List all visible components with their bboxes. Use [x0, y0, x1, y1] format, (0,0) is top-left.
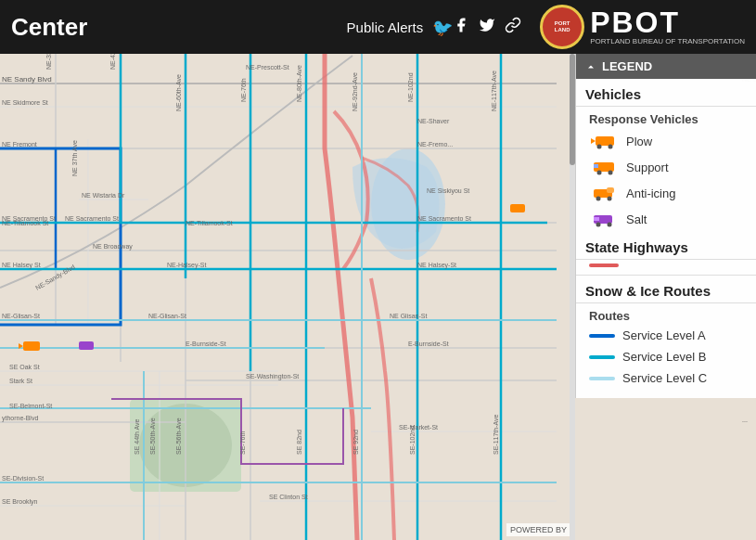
svg-text:NE-102nd: NE-102nd — [407, 72, 414, 102]
svg-text:SE-56th-Ave: SE-56th-Ave — [175, 418, 182, 455]
svg-text:NE-Tillamook St: NE-Tillamook St — [2, 220, 48, 226]
header-right: Public Alerts 🐦 PORTLAND PBOT PORTLAND B… — [347, 5, 745, 49]
plow-icon — [589, 132, 619, 150]
svg-text:NE Broadway: NE Broadway — [93, 243, 133, 251]
svg-text:NE-60th-Ave: NE-60th-Ave — [175, 74, 182, 111]
svg-text:NE 37th Ave: NE 37th Ave — [71, 140, 78, 176]
svg-text:SE-117th-Ave: SE-117th-Ave — [493, 414, 499, 455]
service-level-a-line — [589, 334, 615, 338]
svg-text:E-Burnside-St: E-Burnside-St — [408, 341, 449, 347]
legend-item-anti-icing: Anti-icing — [576, 180, 756, 206]
service-level-a-label: Service Level A — [622, 328, 706, 342]
svg-text:NE Halsey St: NE Halsey St — [2, 262, 41, 269]
anti-icing-icon — [589, 184, 619, 202]
support-icon — [589, 158, 619, 176]
svg-rect-72 — [594, 217, 599, 221]
anti-icing-label: Anti-icing — [626, 186, 675, 200]
svg-text:SE Oak St: SE Oak St — [9, 364, 40, 370]
svg-point-74 — [608, 223, 612, 227]
salt-icon — [589, 210, 619, 228]
svg-text:NE-Halsey-St: NE-Halsey-St — [167, 262, 206, 269]
routes-subtitle: Routes — [576, 303, 756, 325]
service-level-b-label: Service Level B — [622, 350, 706, 364]
svg-text:SE 92nd: SE 92nd — [352, 430, 359, 455]
svg-rect-53 — [23, 341, 40, 351]
svg-text:NE-Fremo...: NE-Fremo... — [417, 141, 453, 148]
svg-text:NE Halsey-St: NE Halsey-St — [417, 262, 456, 269]
svg-text:NE Siskiyou St: NE Siskiyou St — [427, 187, 469, 195]
svg-text:NE-Glisan-St: NE-Glisan-St — [2, 313, 40, 319]
pbot-text: PBOT PORTLAND BUREAU OF TRANSPORTATION — [590, 7, 745, 46]
svg-rect-68 — [607, 187, 614, 193]
svg-rect-55 — [510, 204, 525, 212]
svg-text:NE-Prescott-St: NE-Prescott-St — [246, 64, 289, 71]
legend-item-service-level-c: Service Level C — [576, 367, 756, 389]
svg-text:NE Skidmore St: NE Skidmore St — [2, 99, 48, 106]
header: Center Public Alerts 🐦 PORTLAND PBOT POR… — [0, 0, 756, 54]
service-level-b-line — [589, 355, 615, 359]
svg-rect-56 — [79, 341, 94, 350]
svg-text:SE-76th: SE-76th — [239, 431, 246, 455]
twitter-icon[interactable] — [479, 17, 495, 38]
legend-item-salt: Salt — [576, 206, 756, 232]
facebook-icon[interactable]: 🐦 — [432, 17, 469, 38]
pbot-logo-circle: PORTLAND — [540, 5, 584, 49]
svg-marker-60 — [591, 138, 596, 144]
header-title: Center — [11, 13, 87, 42]
legend-scrollbar-thumb[interactable] — [570, 54, 575, 165]
svg-text:NE-76th: NE-76th — [240, 78, 247, 102]
legend-item-support: Support — [576, 154, 756, 180]
svg-text:NE-80th-Ave: NE-80th-Ave — [296, 65, 302, 102]
powered-by: POWERED BY — [506, 523, 570, 536]
svg-point-70 — [608, 197, 612, 201]
pbot-small-text: PORTLAND BUREAU OF TRANSPORTATION — [590, 37, 745, 46]
svg-text:NE Wistaria Dr: NE Wistaria Dr — [82, 192, 125, 199]
svg-text:...: ... — [742, 417, 748, 423]
legend-item-service-level-a: Service Level A — [576, 325, 756, 346]
legend-item-plow: Plow — [576, 128, 756, 154]
legend-header-label: LEGEND — [602, 59, 652, 73]
svg-text:SE-Washington-St: SE-Washington-St — [246, 373, 299, 380]
powered-by-text: POWERED BY — [510, 525, 567, 534]
snow-ice-routes-title: Snow & Ice Routes — [576, 275, 756, 303]
svg-rect-64 — [594, 164, 598, 168]
svg-text:NE Fremont: NE Fremont — [2, 141, 37, 148]
link-icon[interactable] — [505, 17, 521, 38]
svg-text:NE Sacramento St: NE Sacramento St — [65, 215, 119, 222]
pbot-logo: PORTLAND PBOT PORTLAND BUREAU OF TRANSPO… — [540, 5, 745, 49]
plow-label: Plow — [626, 135, 652, 148]
svg-text:NE-117th-Ave: NE-117th-Ave — [491, 71, 497, 111]
svg-point-69 — [596, 197, 601, 201]
response-vehicles-subtitle: Response Vehicles — [576, 107, 756, 128]
svg-point-61 — [597, 145, 602, 149]
svg-text:SE-Belmont-St: SE-Belmont-St — [9, 403, 52, 409]
svg-text:NE-Shaver: NE-Shaver — [417, 118, 450, 124]
svg-text:SE-Division-St: SE-Division-St — [2, 475, 44, 482]
legend-scrollbar[interactable] — [570, 54, 575, 540]
legend-item-state-highway — [576, 260, 756, 271]
state-highway-line — [589, 264, 619, 267]
svg-text:NE-Glisan-St: NE-Glisan-St — [148, 313, 186, 319]
svg-text:SE-50th-Ave: SE-50th-Ave — [149, 418, 156, 455]
service-level-c-line — [589, 377, 615, 380]
support-label: Support — [626, 161, 669, 174]
svg-text:SE Clinton St: SE Clinton St — [269, 494, 308, 500]
svg-text:Stark St: Stark St — [9, 378, 32, 384]
chevron-up-icon — [585, 61, 596, 72]
svg-text:SE Brooklyn: SE Brooklyn — [2, 498, 38, 506]
svg-text:NE Sacramento St: NE Sacramento St — [417, 215, 471, 222]
state-highways-title: State Highways — [576, 232, 756, 260]
legend-panel: LEGEND Vehicles Response Vehicles Plow S… — [575, 54, 756, 398]
svg-point-66 — [609, 171, 613, 175]
svg-text:SE-Market-St: SE-Market-St — [399, 424, 438, 431]
svg-text:NE Sandy Blvd: NE Sandy Blvd — [2, 75, 52, 84]
svg-point-73 — [596, 223, 601, 227]
svg-text:E-Burnside-St: E-Burnside-St — [186, 341, 226, 347]
service-level-c-label: Service Level C — [622, 371, 707, 385]
svg-rect-59 — [596, 136, 614, 146]
svg-point-62 — [609, 145, 613, 149]
svg-point-65 — [597, 171, 602, 175]
svg-text:SE-102nd: SE-102nd — [409, 426, 416, 455]
svg-text:NE Glisan-St: NE Glisan-St — [390, 313, 428, 319]
legend-item-service-level-b: Service Level B — [576, 346, 756, 367]
